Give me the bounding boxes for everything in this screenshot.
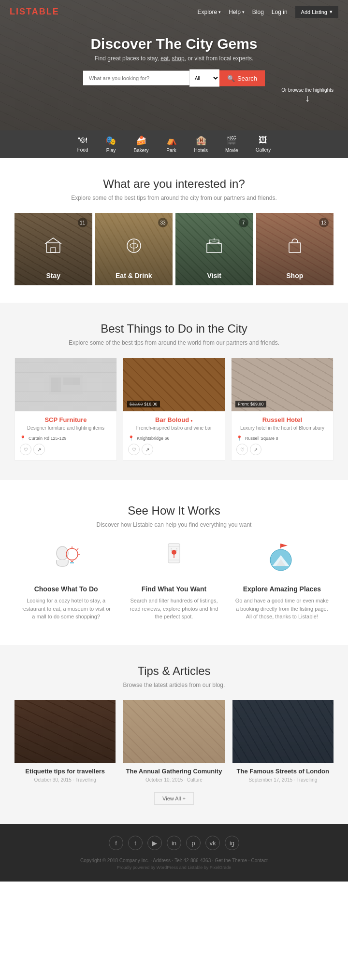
hero-category-bar: 🍽 Food 🎭 Play 🍰 Bakery ⛺ Park 🏨 Hotels 🎬…	[0, 130, 348, 158]
social-vk[interactable]: vk	[205, 836, 220, 850]
listing-hotel-name: Russell Hotel	[236, 416, 328, 423]
footer-powered: Proudly powered by WordPress and Listabl…	[10, 865, 338, 870]
choose-icon	[47, 540, 86, 578]
search-button[interactable]: 🔍 Search	[219, 70, 265, 86]
category-play[interactable]: 🎭 Play	[97, 130, 125, 158]
best-things-title: Best Things to Do in the City	[14, 322, 334, 336]
hotels-icon: 🏨	[196, 135, 206, 146]
explore-icon	[262, 540, 301, 578]
listing-bar-name: Bar Boloud	[128, 416, 220, 423]
bookmark-button[interactable]: ♡	[20, 444, 31, 455]
search-category-select[interactable]: All Food Hotels	[189, 70, 219, 87]
share-button[interactable]: ↗	[250, 444, 261, 455]
best-things-subtitle: Explore some of the best tips from aroun…	[14, 339, 334, 346]
social-instagram[interactable]: ig	[225, 836, 239, 850]
nav-help[interactable]: Help ▾	[229, 9, 245, 15]
shop-icon	[285, 236, 304, 260]
bookmark-button[interactable]: ♡	[128, 444, 140, 455]
social-pinterest[interactable]: p	[186, 836, 201, 850]
view-all-button[interactable]: View All +	[154, 792, 194, 805]
tip-1-image	[14, 700, 116, 763]
tip-3-meta: September 17, 2015 · Travelling	[232, 777, 334, 783]
chevron-down-icon: ▾	[242, 10, 245, 14]
nav-blog[interactable]: Blog	[252, 9, 264, 15]
search-bar: All Food Hotels 🔍 Search	[83, 70, 265, 87]
listing-grid: SCP Furniture Designer furniture and lig…	[14, 358, 334, 461]
share-button[interactable]: ↗	[142, 444, 153, 455]
search-input[interactable]	[83, 71, 189, 85]
chevron-down-icon: ▾	[330, 9, 333, 15]
interest-count-stay: 11	[78, 218, 87, 227]
social-links: f t ▶ in p vk ig	[10, 836, 338, 850]
visit-icon	[204, 236, 224, 260]
interest-count-shop: 13	[319, 218, 329, 227]
find-icon	[155, 540, 193, 578]
interest-label-visit: Visit	[175, 272, 253, 280]
food-icon: 🍽	[78, 135, 87, 145]
gallery-icon: 🖼	[259, 135, 267, 145]
tip-3[interactable]: The Famous Streets of London September 1…	[232, 700, 334, 783]
tips-section: Tips & Articles Browse the latest articl…	[0, 645, 348, 825]
category-movie[interactable]: 🎬 Movie	[217, 130, 247, 158]
how-it-works-section: See How It Works Discover how Listable c…	[0, 480, 348, 645]
add-listing-button[interactable]: Add Listing ▾	[295, 6, 338, 18]
interests-subtitle: Explore some of the best tips from aroun…	[14, 195, 334, 201]
tip-2-meta: October 10, 2015 · Culture	[123, 777, 224, 783]
social-youtube[interactable]: ▶	[147, 836, 162, 850]
nav-explore[interactable]: Explore ▾	[197, 9, 221, 15]
listing-bar[interactable]: $32.00 $16.00 Bar Boloud French-inspired…	[123, 358, 225, 461]
interest-stay[interactable]: 11 Stay	[14, 213, 92, 285]
listing-hotel-desc: Luxury hotel in the heart of Bloomsbury	[236, 425, 328, 432]
how-step-1-title: Choose What To Do	[19, 585, 113, 593]
how-subtitle: Discover how Listable can help you find …	[19, 521, 329, 528]
svg-rect-7	[289, 243, 301, 252]
interest-eat[interactable]: 33 Eat & Drink	[95, 213, 173, 285]
listing-bar-meta: 📍 Knightsbridge 66	[128, 435, 220, 441]
logo-text1: LIST	[10, 7, 32, 16]
play-icon: 🎭	[105, 135, 116, 146]
tip-2[interactable]: The Annual Gathering Comunity October 10…	[123, 700, 224, 783]
listing-bar-price: $32.00 $16.00	[127, 401, 160, 407]
tip-1[interactable]: Etiquette tips for travellers October 30…	[14, 700, 116, 783]
category-park[interactable]: ⛺ Park	[158, 130, 186, 158]
interest-visit[interactable]: 7 Visit	[175, 213, 253, 285]
how-step-1: Choose What To Do Looking for a cozy hot…	[19, 540, 113, 621]
search-icon: 🔍	[227, 74, 235, 82]
interest-grid: 11 Stay 33	[14, 213, 334, 285]
interest-shop[interactable]: 13 Shop	[256, 213, 334, 285]
social-facebook[interactable]: f	[109, 836, 123, 850]
category-bakery[interactable]: 🍰 Bakery	[125, 130, 157, 158]
listing-hotel-meta: 📍 Russell Square 8	[236, 435, 328, 441]
how-step-2-title: Find What You Want	[127, 585, 220, 593]
how-step-3-title: Explore Amazing Places	[235, 585, 329, 593]
hero-title: Discover The City Gems	[0, 36, 348, 52]
listing-scp-meta: 📍 Curtain Rd 125-129	[20, 435, 112, 441]
category-food[interactable]: 🍽 Food	[69, 130, 97, 158]
category-hotels[interactable]: 🏨 Hotels	[186, 130, 217, 158]
social-linkedin[interactable]: in	[167, 836, 181, 850]
chevron-down-icon: ▾	[218, 10, 221, 14]
nav-login[interactable]: Log in	[272, 9, 288, 15]
tips-grid: Etiquette tips for travellers October 30…	[14, 700, 334, 783]
tip-1-meta: October 30, 2015 · Travelling	[14, 777, 116, 783]
share-button[interactable]: ↗	[33, 444, 45, 455]
logo[interactable]: LISTABLE	[10, 7, 59, 17]
listing-scp[interactable]: SCP Furniture Designer furniture and lig…	[14, 358, 117, 461]
interest-count-visit: 7	[239, 218, 248, 227]
interest-count-eat: 33	[158, 218, 168, 227]
hero-subtitle: Find great places to stay, eat, shop, or…	[0, 55, 348, 62]
social-twitter[interactable]: t	[128, 836, 143, 850]
interest-label-shop: Shop	[256, 272, 334, 280]
interest-label-stay: Stay	[14, 272, 92, 280]
interests-title: What are you interested in?	[14, 177, 334, 191]
how-title: See How It Works	[19, 504, 329, 518]
interest-label-eat: Eat & Drink	[95, 272, 173, 280]
movie-icon: 🎬	[226, 135, 237, 146]
how-step-3-desc: Go and have a good time or even make a b…	[235, 597, 329, 621]
best-things-section: Best Things to Do in the City Explore so…	[0, 303, 348, 480]
bookmark-button[interactable]: ♡	[236, 444, 248, 455]
listing-hotel[interactable]: From: $69.00 Russell Hotel Luxury hotel …	[231, 358, 334, 461]
interests-section: What are you interested in? Explore some…	[0, 158, 348, 303]
nav-links: Explore ▾ Help ▾ Blog Log in Add Listing…	[197, 6, 338, 18]
category-gallery[interactable]: 🖼 Gallery	[247, 130, 280, 158]
